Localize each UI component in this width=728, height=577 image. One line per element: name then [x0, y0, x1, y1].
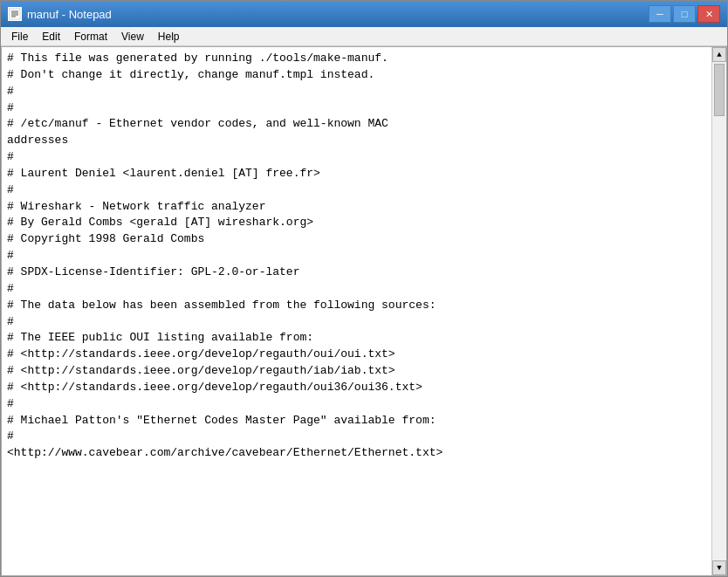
scroll-up-button[interactable]: ▲: [712, 47, 726, 62]
maximize-button[interactable]: □: [673, 5, 696, 23]
title-bar-left: manuf - Notepad: [8, 7, 112, 21]
title-bar-buttons: ─ □ ✕: [649, 5, 720, 23]
menu-file[interactable]: File: [4, 29, 35, 45]
minimize-button[interactable]: ─: [649, 5, 671, 23]
svg-rect-0: [10, 9, 20, 19]
window-title: manuf - Notepad: [27, 8, 112, 21]
menu-help[interactable]: Help: [151, 29, 187, 45]
app-icon: [8, 7, 22, 21]
menu-format[interactable]: Format: [67, 29, 114, 45]
scroll-track[interactable]: [712, 62, 726, 560]
title-bar: manuf - Notepad ─ □ ✕: [1, 1, 727, 27]
scroll-down-button[interactable]: ▼: [712, 560, 726, 575]
menu-bar: File Edit Format View Help: [1, 27, 727, 46]
editor-container: ▲ ▼: [1, 46, 727, 576]
main-window: manuf - Notepad ─ □ ✕ File Edit Format V…: [0, 0, 728, 577]
scroll-thumb[interactable]: [714, 64, 725, 116]
menu-view[interactable]: View: [114, 29, 151, 45]
text-editor[interactable]: [2, 47, 711, 575]
vertical-scrollbar[interactable]: ▲ ▼: [711, 47, 726, 575]
menu-edit[interactable]: Edit: [35, 29, 67, 45]
close-button[interactable]: ✕: [697, 5, 720, 23]
